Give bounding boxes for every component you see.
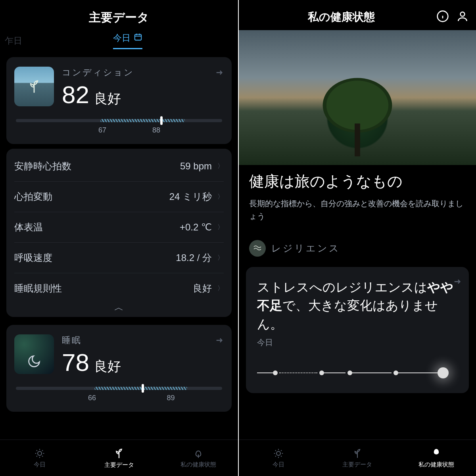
resilience-section-head: レジリエンス [239,229,476,260]
date-tabs: 乍日 今日 [0,32,238,49]
svg-point-7 [276,451,280,455]
metric-label: 睡眠規則性 [14,282,193,295]
svg-point-1 [38,451,42,455]
tab-today[interactable]: 今日 [113,32,142,49]
nav-today[interactable]: 今日 [0,440,79,476]
nav-health[interactable]: 私の健康状態 [159,440,238,476]
resilience-trend [257,367,458,379]
condition-status: 良好 [94,91,121,106]
metric-value: 24 ミリ秒 [169,190,212,203]
metric-row[interactable]: 睡眠規則性 良好 〉 [14,273,224,303]
tab-yesterday[interactable]: 乍日 [5,35,22,47]
hero-image [239,30,476,165]
svg-point-3 [461,12,465,16]
collapse-button[interactable]: ︿ [14,301,224,314]
journey-subtitle: 長期的な指標から、自分の強みと改善の機会を読み取りましょう [249,197,466,223]
info-icon[interactable] [436,10,449,24]
chevron-right-icon: 〉 [217,162,224,171]
resilience-today: 今日 [257,337,458,348]
header: 私の健康状態 [239,0,476,30]
metric-label: 安静時心拍数 [14,160,180,173]
metric-row[interactable]: 体表温 +0.2 ℃ 〉 [14,212,224,242]
phone-health: 私の健康状態 健康は旅のようなもの 長期的な指標から、自分の強みと改善の機会を読… [238,0,476,476]
condition-title: コンディション [62,67,134,79]
svg-point-5 [326,81,388,130]
sleep-range-high: 89 [167,394,175,402]
resilience-text: ストレスへのレジリエンスはやや不足で、大きな変化はありません。 [257,278,458,333]
metric-label: 体表温 [14,221,180,234]
chevron-right-icon: 〉 [217,284,224,293]
nav-today[interactable]: 今日 [239,440,318,476]
chevron-right-icon [215,68,224,79]
chevron-right-icon: 〉 [217,223,224,232]
chevron-right-icon [215,336,224,346]
sleep-title: 睡眠 [62,334,121,346]
sleep-thumbnail [14,334,54,374]
sleep-range-low: 66 [88,394,96,402]
svg-rect-0 [135,35,142,40]
condition-score: 82 [62,81,89,108]
page-title: 主要データ [0,0,238,32]
condition-range-high: 88 [152,126,160,134]
profile-icon[interactable] [456,10,469,24]
metric-row[interactable]: 呼吸速度 18.2 / 分 〉 [14,242,224,273]
chevron-right-icon [453,277,462,288]
journey-title: 健康は旅のようなもの [249,171,466,192]
sleep-range: 66 89 [14,387,224,402]
metric-value: +0.2 ℃ [180,222,212,233]
metric-value: 59 bpm [180,161,212,172]
nav-vitals[interactable]: 主要データ [318,440,397,476]
phone-vitals: 主要データ 乍日 今日 コンディション 82良好 [0,0,238,476]
bottom-nav: 今日 主要データ 私の健康状態 [239,440,476,476]
resilience-card[interactable]: ストレスへのレジリエンスはやや不足で、大きな変化はありません。 今日 [246,267,469,393]
tab-today-label: 今日 [113,32,131,44]
metric-label: 心拍変動 [14,190,169,203]
nav-vitals[interactable]: 主要データ [79,440,159,476]
metrics-card: 安静時心拍数 59 bpm 〉 心拍変動 24 ミリ秒 〉 体表温 +0.2 ℃… [6,149,232,317]
metric-value: 良好 [193,282,212,295]
chevron-right-icon: 〉 [217,193,224,201]
condition-range-low: 67 [98,126,106,134]
metric-row[interactable]: 安静時心拍数 59 bpm 〉 [14,151,224,181]
page-title: 私の健康状態 [246,10,436,25]
tree-icon [310,71,405,162]
condition-card[interactable]: コンディション 82良好 67 88 [6,57,232,144]
condition-thumbnail [14,67,54,106]
metric-label: 呼吸速度 [14,251,176,264]
svg-rect-6 [355,123,360,156]
sleep-score: 78 [62,349,89,376]
journey-section: 健康は旅のようなもの 長期的な指標から、自分の強みと改善の機会を読み取りましょう [239,165,476,229]
calendar-icon [134,33,142,44]
nav-health[interactable]: 私の健康状態 [397,440,476,476]
resilience-icon [249,240,266,257]
sleep-card[interactable]: 睡眠 78良好 66 89 [6,325,232,412]
condition-range: 67 88 [14,119,224,134]
resilience-label: レジリエンス [271,242,340,255]
sleep-status: 良好 [94,359,121,374]
metric-value: 18.2 / 分 [176,251,212,264]
chevron-right-icon: 〉 [217,254,224,262]
bottom-nav: 今日 主要データ 私の健康状態 [0,440,238,476]
metric-row[interactable]: 心拍変動 24 ミリ秒 〉 [14,181,224,212]
